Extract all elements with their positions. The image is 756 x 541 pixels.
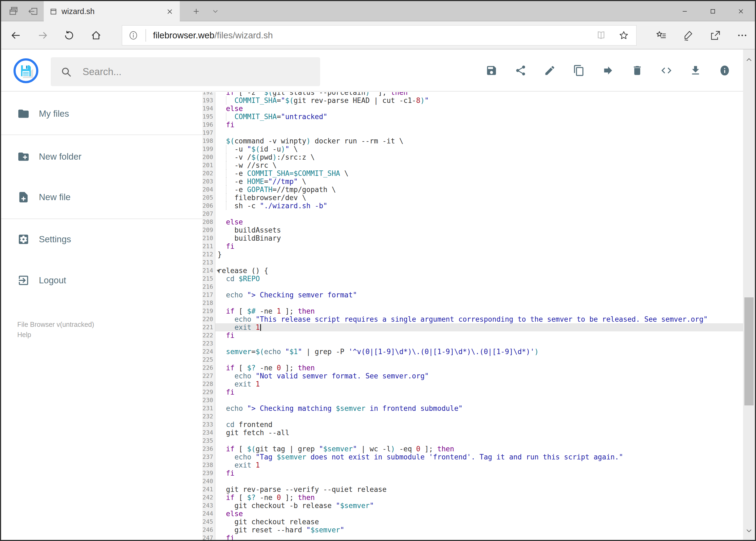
code-line[interactable]: 219 if [ $# -ne 1 ]; then	[202, 307, 743, 315]
info-button[interactable]	[719, 62, 731, 79]
code-line[interactable]: 233 cd frontend	[202, 420, 743, 429]
code-line[interactable]: 193 COMMIT_SHA="$(git rev-parse HEAD | c…	[202, 96, 743, 105]
code-line[interactable]: 204 -e GOPATH=//tmp/gopath \	[202, 186, 743, 194]
favorite-star-icon[interactable]	[619, 30, 629, 41]
code-line[interactable]: 240	[202, 477, 743, 485]
copy-button[interactable]	[573, 62, 585, 79]
code-line[interactable]: 225	[202, 356, 743, 364]
tab-close-icon[interactable]	[166, 8, 174, 16]
forward-button[interactable]	[33, 21, 53, 49]
code-line[interactable]: 244 else	[202, 510, 743, 518]
code-line[interactable]: 224 semver=$(echo "$1" | grep -P '^v(0|[…	[202, 347, 743, 356]
code-line[interactable]: 196 fi	[202, 121, 743, 129]
code-line[interactable]: 222 fi	[202, 331, 743, 339]
reading-view-icon[interactable]	[596, 30, 607, 41]
code-line[interactable]: 231 echo "> Checking matching $semver in…	[202, 404, 743, 412]
site-info-icon[interactable]	[128, 30, 138, 41]
new-tab-button[interactable]	[187, 1, 206, 21]
code-line[interactable]: 242 if [ $? -ne 0 ]; then	[202, 493, 743, 502]
code-line[interactable]: 234 git fetch --all	[202, 429, 743, 437]
code-line[interactable]: 202 -e COMMIT_SHA=$COMMIT_SHA \	[202, 169, 743, 178]
move-button[interactable]	[602, 62, 614, 79]
refresh-button[interactable]	[59, 21, 79, 49]
tab-preview-button[interactable]	[5, 1, 22, 21]
code-line[interactable]: 223	[202, 339, 743, 347]
code-line[interactable]: 246 git reset --hard "$semver"	[202, 526, 743, 534]
code-line[interactable]: 200 -v /$(pwd):/src:z \	[202, 153, 743, 161]
code-line[interactable]: 239 fi	[202, 469, 743, 477]
delete-button[interactable]	[631, 62, 643, 79]
search-input[interactable]: Search...	[51, 57, 320, 86]
code-line[interactable]: 216	[202, 283, 743, 291]
code-line[interactable]: 205 filebrowser/dev \	[202, 194, 743, 202]
share-button[interactable]	[709, 27, 721, 44]
code-line[interactable]: 207	[202, 210, 743, 218]
share-file-button[interactable]	[515, 62, 527, 79]
code-line[interactable]: 241 git rev-parse --verify --quiet relea…	[202, 485, 743, 493]
code-line[interactable]: 198 $(command -v winpty) docker run --rm…	[202, 137, 743, 145]
code-line[interactable]: 199 -u "$(id -u)" \	[202, 145, 743, 153]
code-line[interactable]: 243 git checkout -b release "$semver"	[202, 502, 743, 510]
download-button[interactable]	[690, 62, 701, 79]
close-button[interactable]	[727, 1, 755, 21]
code-line[interactable]: 203 -e HOME="//tmp" \	[202, 178, 743, 186]
code-line[interactable]: 238 exit 1	[202, 461, 743, 469]
maximize-button[interactable]	[699, 1, 727, 21]
code-editor[interactable]: 192 if [ -z "$(git status --porcelain)" …	[202, 92, 743, 540]
code-line[interactable]: 245 git checkout release	[202, 518, 743, 526]
help-link[interactable]: Help	[17, 329, 31, 340]
sidebar-item-settings[interactable]: Settings	[1, 226, 202, 253]
code-line[interactable]: 214release () {	[202, 267, 743, 275]
sidebar-item-logout[interactable]: Logout	[1, 267, 202, 294]
code-line[interactable]: 221 exit 1	[202, 323, 743, 331]
code-line[interactable]: 217 echo "> Checking semver format"	[202, 291, 743, 299]
line-number: 204	[202, 186, 215, 194]
code-line[interactable]: 235	[202, 437, 743, 445]
code-line[interactable]: 213	[202, 259, 743, 267]
set-tabs-aside-button[interactable]	[25, 1, 41, 21]
back-button[interactable]	[6, 21, 25, 49]
code-line[interactable]: 212}	[202, 251, 743, 259]
code-line[interactable]: 206 sh -c "./wizard.sh -b"	[202, 202, 743, 210]
switch-view-button[interactable]	[660, 62, 672, 79]
home-button[interactable]	[86, 21, 106, 49]
code-line[interactable]: 230	[202, 396, 743, 404]
code-line[interactable]: 195 COMMIT_SHA="untracked"	[202, 113, 743, 121]
tab-list-chevron-button[interactable]	[207, 1, 224, 21]
code-line[interactable]: 215 cd $REPO	[202, 275, 743, 283]
code-line[interactable]: 247 fi	[202, 534, 743, 540]
code-line[interactable]: 227 echo "Not valid semver format. See s…	[202, 372, 743, 380]
code-line[interactable]: 226 if [ $? -ne 0 ]; then	[202, 364, 743, 372]
sidebar-item-new-folder[interactable]: New folder	[1, 143, 202, 170]
code-line[interactable]: 210 buildBinary	[202, 234, 743, 242]
code-line[interactable]: 194 else	[202, 105, 743, 113]
filebrowser-logo[interactable]	[14, 58, 38, 83]
code-line[interactable]: 228 exit 1	[202, 380, 743, 388]
code-line[interactable]: 229 fi	[202, 388, 743, 396]
code-line[interactable]: 208 else	[202, 218, 743, 226]
code-line[interactable]: 218	[202, 299, 743, 307]
hub-favorites-button[interactable]	[655, 27, 667, 44]
code-line[interactable]: 201 -w //src \	[202, 161, 743, 169]
sidebar-item-my-files[interactable]: My files	[1, 100, 202, 127]
rename-button[interactable]	[544, 62, 556, 79]
scroll-down-button[interactable]	[743, 525, 755, 537]
code-line[interactable]: 211 fi	[202, 242, 743, 251]
scroll-up-button[interactable]	[743, 54, 755, 66]
code-line[interactable]: 197	[202, 129, 743, 137]
code-line[interactable]: 209 buildAssets	[202, 226, 743, 234]
code-line[interactable]: 220 echo "This release script requires a…	[202, 315, 743, 323]
web-note-button[interactable]	[682, 27, 694, 44]
page-scrollbar[interactable]	[743, 49, 755, 540]
code-line[interactable]: 232	[202, 412, 743, 420]
sidebar-item-new-file[interactable]: New file	[1, 184, 202, 211]
code-line[interactable]: 236 if [ $(git tag | grep "$semver" | wc…	[202, 445, 743, 453]
save-button[interactable]	[486, 62, 497, 79]
address-bar[interactable]: filebrowser.web/files/wizard.sh	[122, 25, 637, 46]
minimize-button[interactable]	[671, 1, 699, 21]
code-line[interactable]: 237 echo "Tag $semver does not exist in …	[202, 453, 743, 461]
code-line[interactable]: 192 if [ -z "$(git status --porcelain)" …	[202, 92, 743, 96]
more-actions-button[interactable]	[736, 27, 748, 44]
scrollbar-thumb[interactable]	[744, 297, 754, 405]
browser-tab[interactable]: wizard.sh	[44, 1, 180, 22]
